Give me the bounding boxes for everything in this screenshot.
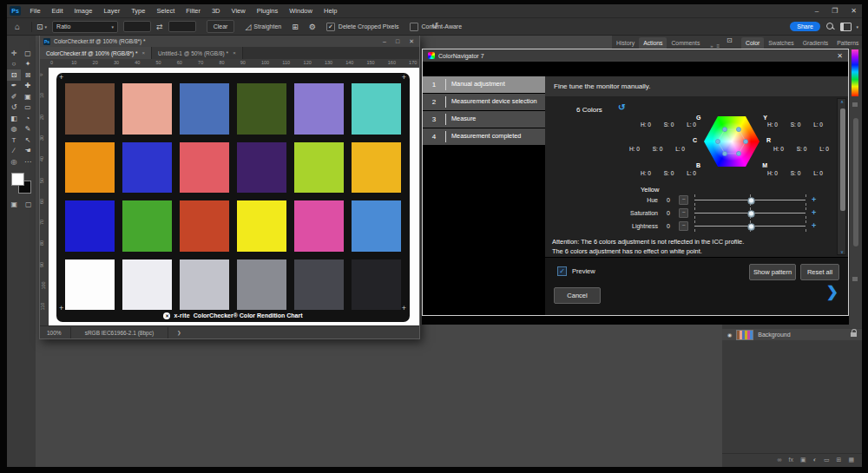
quick-mask-icon[interactable]: ▣ — [10, 200, 17, 208]
frame-tool-icon[interactable]: ⊠ — [21, 69, 35, 81]
shape-tool-icon[interactable]: ∕ — [7, 146, 21, 157]
delete-layer-icon[interactable]: ▦ — [848, 457, 854, 463]
menu-file[interactable]: File — [24, 4, 46, 17]
wizard-step-2[interactable]: 2Measurement device selection — [423, 94, 545, 110]
visibility-eye-icon[interactable]: ◉ — [727, 332, 732, 338]
crop-tool-icon[interactable]: ⊡ — [36, 23, 43, 31]
wizard-step-3[interactable]: 3Measure — [423, 111, 545, 128]
swap-dimensions-icon[interactable]: ⇄ — [156, 23, 163, 31]
menu-filter[interactable]: Filter — [181, 4, 207, 17]
link-layers-icon[interactable]: ∞ — [778, 457, 782, 463]
hand-tool-icon[interactable]: ☚ — [21, 146, 35, 157]
brush-tool-icon[interactable]: ✐ — [7, 91, 21, 102]
document-tab[interactable]: Untitled-1 @ 50% (RGB/8) *× — [152, 47, 243, 59]
close-tab-icon[interactable]: × — [233, 50, 236, 56]
share-button[interactable]: Share — [790, 22, 820, 31]
cancel-button[interactable]: Cancel — [554, 287, 601, 304]
menu-layer[interactable]: Layer — [98, 4, 126, 17]
crop-tool-icon[interactable]: ⊡ — [7, 69, 21, 81]
minus-button[interactable]: − — [679, 195, 688, 205]
slider-handle[interactable] — [747, 210, 755, 218]
healing-brush-tool-icon[interactable]: ✚ — [21, 81, 35, 92]
reset-icon[interactable]: ↺ — [618, 102, 625, 112]
eraser-tool-icon[interactable]: ▭ — [21, 102, 35, 114]
marquee-tool-icon[interactable]: ▢ — [21, 48, 35, 59]
screen-mode-icon[interactable]: ▢ — [25, 200, 32, 208]
layer-mask-icon[interactable]: ▣ — [800, 457, 806, 463]
search-icon[interactable] — [826, 23, 833, 30]
slider-track[interactable] — [694, 209, 806, 217]
minimize-icon[interactable]: – — [815, 7, 819, 15]
ratio-select[interactable]: Ratio ▾ — [52, 21, 118, 33]
pen-tool-icon[interactable]: ✎ — [21, 124, 35, 135]
quick-selection-tool-icon[interactable]: ✦ — [21, 59, 35, 70]
layer-effects-icon[interactable]: fx — [789, 457, 793, 463]
layer-thumbnail[interactable] — [736, 330, 753, 340]
menu-window[interactable]: Window — [284, 4, 319, 17]
slider-handle[interactable] — [747, 197, 755, 205]
gear-icon[interactable]: ⚙ — [309, 23, 316, 31]
adjustment-layer-icon[interactable]: ◐ — [813, 457, 817, 463]
maximize-icon[interactable]: □ — [396, 38, 399, 45]
straighten-label[interactable]: Straighten — [253, 23, 281, 30]
plus-button[interactable]: + — [812, 208, 816, 217]
dodge-tool-icon[interactable]: ◍ — [7, 124, 21, 135]
plus-button[interactable]: + — [812, 195, 816, 204]
wizard-step-1[interactable]: 1Manual adjustment — [423, 76, 545, 93]
menu-select[interactable]: Select — [151, 4, 181, 17]
hue-ramp[interactable] — [852, 49, 858, 96]
close-icon[interactable]: ✕ — [851, 7, 857, 15]
document-tab[interactable]: ColorChecker.tif @ 100% (RGB/8*) *× — [40, 47, 152, 59]
scrollbar-thumb[interactable] — [840, 108, 845, 211]
tab-comments[interactable]: Comments — [667, 37, 704, 49]
dialog-titlebar[interactable]: ColorNavigator 7 ✕ — [423, 49, 848, 62]
home-icon[interactable]: ⌂ — [15, 22, 20, 31]
crop-width-input[interactable] — [123, 21, 151, 32]
menu-help[interactable]: Help — [318, 4, 342, 17]
crop-overlay-icon[interactable]: ⊞ — [292, 23, 299, 31]
zoom-level[interactable]: 100% — [47, 330, 62, 336]
restore-icon[interactable]: ❐ — [832, 7, 838, 15]
menu-edit[interactable]: Edit — [46, 4, 69, 17]
status-chevron-icon[interactable]: ❯ — [177, 330, 181, 335]
zoom-tool-icon[interactable]: ◎ — [7, 156, 21, 168]
slider-track[interactable] — [694, 196, 806, 204]
layer-row-background[interactable]: ◉ Background — [722, 329, 862, 340]
tab-history[interactable]: History — [612, 37, 639, 49]
hexagon-control-points[interactable] — [704, 116, 760, 167]
path-selection-tool-icon[interactable]: ↖ — [21, 135, 35, 146]
slider-handle[interactable] — [747, 223, 755, 231]
tab-color[interactable]: Color — [741, 37, 764, 49]
next-step-arrow[interactable]: ❯ — [826, 283, 838, 301]
clear-button[interactable]: Clear — [207, 20, 235, 33]
minus-button[interactable]: − — [679, 221, 688, 231]
move-tool-icon[interactable]: ✛ — [7, 48, 21, 59]
edit-toolbar-tool-icon[interactable]: ⋯ — [21, 156, 35, 168]
menu-plugins[interactable]: Plugins — [251, 4, 284, 17]
menu-image[interactable]: Image — [69, 4, 98, 17]
close-icon[interactable]: ✕ — [837, 52, 843, 60]
collapsed-panel-icon[interactable]: ⊡ — [727, 36, 733, 44]
foreground-color-swatch[interactable] — [11, 173, 24, 186]
clone-stamp-tool-icon[interactable]: ▣ — [21, 91, 35, 102]
tab-swatches[interactable]: Swatches — [764, 37, 798, 49]
undo-icon[interactable]: ↺ — [431, 21, 438, 30]
scrollbar[interactable] — [853, 118, 858, 246]
reset-all-button[interactable]: Reset all — [800, 264, 839, 280]
document-window-titlebar[interactable]: Ps ColorChecker.tif @ 100% (RGB/8*) * – … — [40, 36, 419, 47]
scroll-up-icon[interactable]: ∧ — [838, 99, 845, 104]
tab-patterns[interactable]: Patterns — [832, 37, 862, 49]
minimize-icon[interactable]: – — [383, 38, 386, 45]
menu-view[interactable]: View — [226, 4, 251, 17]
show-pattern-button[interactable]: Show pattern — [749, 264, 796, 280]
lasso-tool-icon[interactable]: ○ — [7, 59, 21, 70]
crop-height-input[interactable] — [168, 21, 196, 32]
wizard-step-4[interactable]: 4Measurement completed — [423, 128, 545, 145]
slider-track[interactable] — [694, 222, 806, 230]
delete-cropped-pixels-checkbox[interactable]: ✓ Delete Cropped Pixels — [326, 23, 399, 31]
gradient-tool-icon[interactable]: ◧ — [7, 113, 21, 124]
eyedropper-tool-icon[interactable]: ✒ — [7, 81, 21, 92]
close-icon[interactable]: ✕ — [409, 38, 414, 45]
new-layer-icon[interactable]: ⊞ — [837, 457, 842, 463]
history-brush-tool-icon[interactable]: ↺ — [7, 102, 21, 114]
